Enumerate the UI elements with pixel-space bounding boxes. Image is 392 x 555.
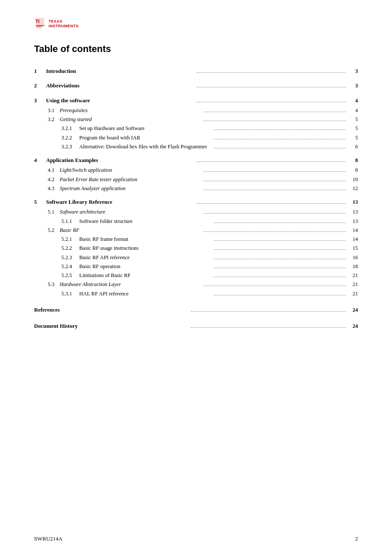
toc-dots xyxy=(191,311,346,312)
toc-label: Packet Error Rate tester application xyxy=(60,175,202,184)
toc-entry: 4.3 Spectrum Analyzer application 12 xyxy=(34,184,358,193)
toc-page: 13 xyxy=(348,198,358,207)
toc-dots xyxy=(204,190,346,190)
toc-num: 5.2 xyxy=(48,226,60,235)
toc-page: 8 xyxy=(348,156,358,165)
toc-num: 3.2.2 xyxy=(61,133,79,142)
toc-label: Basic RF xyxy=(60,226,202,235)
toc-entry: 5.3 Hardware Abstraction Layer 21 xyxy=(34,280,358,289)
toc-page: 5 xyxy=(348,115,358,124)
toc-num: 3 xyxy=(34,96,46,105)
toc-page: 21 xyxy=(348,289,358,298)
toc-page: 21 xyxy=(348,280,358,289)
toc-label: Set up Hardware and Software xyxy=(79,124,212,133)
toc-num: 4.3 xyxy=(48,184,60,193)
toc-label: Limitations of Basic RF xyxy=(79,271,212,280)
toc-num: 3.2.3 xyxy=(61,142,79,151)
toc-label: Basic RF API reference xyxy=(79,253,212,262)
toc-label: Basic RF frame format xyxy=(79,235,212,244)
toc-label: Software folder structure xyxy=(79,217,212,226)
toc-dots xyxy=(204,286,346,286)
ti-logo-text: TEXAS INSTRUMENTS xyxy=(49,19,79,29)
toc-dots xyxy=(191,327,346,328)
toc-entry: 5.2.3 Basic RF API reference 16 xyxy=(34,253,358,262)
toc-page: 3 xyxy=(348,67,358,76)
toc-label: Abbreviations xyxy=(46,81,195,90)
toc-dots xyxy=(197,102,346,102)
toc-page: 13 xyxy=(348,208,358,217)
toc-dots xyxy=(204,213,346,214)
toc-dots xyxy=(213,139,346,139)
toc-label: Getting started xyxy=(60,115,202,124)
toc-page: 14 xyxy=(348,235,358,244)
toc-num: 5.2.1 xyxy=(61,235,79,244)
toc-label: Software architecture xyxy=(60,208,202,217)
toc-label: Document History xyxy=(34,321,189,331)
footer-page-num: 2 xyxy=(355,535,358,542)
toc-num: 4 xyxy=(34,156,46,165)
toc-dots xyxy=(197,203,346,204)
toc-entry: 5.3.1 HAL RF API reference 21 xyxy=(34,289,358,298)
toc-page: 12 xyxy=(348,184,358,193)
toc-label: HAL RF API reference xyxy=(79,289,212,298)
toc-label: Spectrum Analyzer application xyxy=(60,184,202,193)
toc-dots xyxy=(213,249,346,250)
toc-page: 13 xyxy=(348,217,358,226)
toc-num: 3.2 xyxy=(48,115,60,124)
toc-entry: 3.2.3 Alternative: Download hex files wi… xyxy=(34,142,358,151)
toc-label: Basic RF usage instructions xyxy=(79,244,212,253)
toc-num: 5.3 xyxy=(48,280,60,289)
toc-entry: 4 Application Examples 8 xyxy=(34,156,358,165)
toc-label: Alternative: Download hex files with the… xyxy=(79,142,212,151)
toc-entry: 3.1 Prerequisites 4 xyxy=(34,106,358,115)
page-title: Table of contents xyxy=(34,43,358,55)
toc-entry: 3 Using the software 4 xyxy=(34,96,358,105)
toc-dots xyxy=(197,87,346,87)
toc-dots xyxy=(213,148,346,148)
toc-page: 18 xyxy=(348,262,358,271)
ti-name-line1: TEXAS xyxy=(49,19,79,24)
toc-entry: 5.2.2 Basic RF usage instructions 15 xyxy=(34,244,358,253)
toc-dots xyxy=(213,295,346,295)
toc-label: Hardware Abstraction Layer xyxy=(60,280,202,289)
toc-entry: 1 Introduction 3 xyxy=(34,66,358,76)
toc-entry: 5.1 Software architecture 13 xyxy=(34,208,358,217)
toc-label: Using the software xyxy=(46,96,195,105)
toc-label: Light/Switch application xyxy=(60,166,202,175)
toc-dots xyxy=(197,162,346,162)
toc-entry: 4.1 Light/Switch application 8 xyxy=(34,166,358,175)
toc-dots xyxy=(213,268,346,268)
toc-dots xyxy=(213,130,346,130)
toc-page: 5 xyxy=(348,124,358,133)
toc-label: Prerequisites xyxy=(60,106,202,115)
toc-entry: 3.2.1 Set up Hardware and Software 5 xyxy=(34,124,358,133)
toc-page: 24 xyxy=(348,306,358,315)
toc-section: 1 Introduction 3 2 Abbreviations 3 3 Usi… xyxy=(34,66,358,331)
toc-page: 10 xyxy=(348,175,358,184)
toc-num: 4.2 xyxy=(48,175,60,184)
toc-dots xyxy=(204,121,346,121)
toc-num: 5.3.1 xyxy=(61,289,79,298)
toc-entry: 5 Software Library Reference 13 xyxy=(34,197,358,207)
toc-page: 3 xyxy=(348,81,358,90)
toc-page: 4 xyxy=(348,96,358,105)
toc-num: 5.2.3 xyxy=(61,253,79,262)
toc-dots xyxy=(213,240,346,241)
toc-num: 3.2.1 xyxy=(61,124,79,133)
toc-entry: 3.2 Getting started 5 xyxy=(34,115,358,124)
toc-entry: References 24 xyxy=(34,305,358,315)
toc-page: 24 xyxy=(348,322,358,331)
toc-page: 21 xyxy=(348,271,358,280)
toc-page: 4 xyxy=(348,106,358,115)
toc-num: 1 xyxy=(34,66,46,76)
toc-page: 16 xyxy=(348,253,358,262)
toc-entry: 3.2.2 Program the board with IAR 5 xyxy=(34,133,358,142)
toc-label: Application Examples xyxy=(46,156,195,165)
page: TI TEXAS INSTRUMENTS Table of contents 1… xyxy=(0,0,392,555)
toc-label: Software Library Reference xyxy=(46,197,195,207)
toc-entry: 5.2.4 Basic RF operation 18 xyxy=(34,262,358,271)
toc-label: Basic RF operation xyxy=(79,262,212,271)
toc-page: 15 xyxy=(348,244,358,253)
toc-dots xyxy=(204,112,346,112)
toc-num: 2 xyxy=(34,81,46,90)
